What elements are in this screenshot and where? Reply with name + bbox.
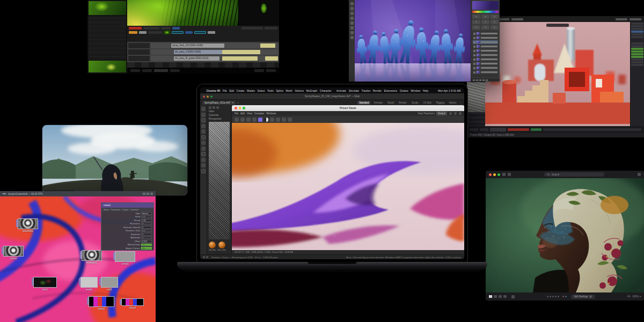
mode-button[interactable] xyxy=(208,31,215,34)
ab-compare-icon[interactable] xyxy=(258,118,262,122)
grid-icon[interactable] xyxy=(213,106,215,109)
material-sphere[interactable] xyxy=(209,241,216,248)
property-row-keyed[interactable] xyxy=(631,53,643,55)
adjustment-icon[interactable] xyxy=(472,20,480,24)
brush-tool-icon[interactable] xyxy=(350,21,354,25)
property-row-keyed[interactable] xyxy=(631,50,643,53)
view-mode-icon[interactable] xyxy=(503,295,507,298)
timeline-clip[interactable]: spray_fluid_v03 [0001-0240] xyxy=(171,43,225,48)
compare-icon[interactable] xyxy=(252,118,257,122)
frame-range-chip[interactable] xyxy=(508,128,529,131)
view-transform-value[interactable]: Default xyxy=(436,112,447,115)
timeline-clip[interactable]: ink_pass_B_grade [0001-0210] xyxy=(174,56,219,61)
menu-bar-clock[interactable]: Mon Apr 1 9:41 AM xyxy=(438,89,461,92)
eye-icon[interactable] xyxy=(473,58,475,61)
menu-item[interactable]: Create xyxy=(237,89,245,92)
filter-icon[interactable] xyxy=(216,106,219,109)
menu-item[interactable]: Window xyxy=(411,89,420,92)
track-header[interactable] xyxy=(128,56,150,61)
mode-button[interactable] xyxy=(148,31,162,34)
cube-tool-icon[interactable] xyxy=(201,135,206,140)
sidebar-toggle-icon[interactable] xyxy=(502,173,506,176)
star-rating[interactable] xyxy=(547,296,559,297)
operator-node[interactable]: feedback1 xyxy=(82,250,102,264)
layout-tab-standard[interactable]: Standard xyxy=(357,101,370,105)
material-sphere[interactable] xyxy=(218,241,225,248)
channels-panel[interactable] xyxy=(467,112,485,126)
menu-item[interactable]: Mesh xyxy=(286,89,292,92)
fullscreen-icon[interactable] xyxy=(282,118,286,122)
viewlayer-selector[interactable] xyxy=(630,18,641,20)
filmstrip-icon[interactable] xyxy=(246,118,251,122)
layout-tab[interactable]: Sculpt xyxy=(410,101,420,104)
zoom-tool-icon[interactable] xyxy=(350,36,354,39)
menu-item[interactable]: Edit xyxy=(240,112,245,115)
layer-row[interactable] xyxy=(473,57,498,61)
eye-icon[interactable] xyxy=(473,46,475,48)
clone-tool-icon[interactable] xyxy=(350,26,354,30)
timeline-chip[interactable] xyxy=(480,128,488,131)
photo-editor-titlebar[interactable]: Search xyxy=(486,171,644,178)
scale-tool-icon[interactable] xyxy=(201,113,206,117)
layout-tab[interactable]: UV Edit xyxy=(421,101,433,104)
control-chip[interactable] xyxy=(172,27,180,30)
color-ramp[interactable] xyxy=(472,11,499,13)
texture-preview[interactable] xyxy=(467,82,485,112)
status-icon[interactable] xyxy=(203,256,205,258)
track-header[interactable] xyxy=(128,43,150,48)
trash-icon[interactable] xyxy=(486,79,488,81)
eye-icon[interactable] xyxy=(473,71,475,74)
touchdesigner-titlebar[interactable]: /project1/wavefold — 60.00 FPS xyxy=(0,191,156,196)
outliner-row[interactable] xyxy=(631,23,643,25)
layer-row[interactable] xyxy=(473,70,498,74)
layer-row[interactable] xyxy=(473,32,498,35)
menu-item[interactable]: Octane xyxy=(400,89,408,92)
panel-icon[interactable] xyxy=(454,112,457,115)
control-chip[interactable] xyxy=(265,27,277,30)
timeline-clip[interactable] xyxy=(265,56,278,61)
menu-item[interactable]: Character xyxy=(320,89,332,92)
menu-item[interactable]: Volume xyxy=(295,89,304,92)
outliner-row[interactable] xyxy=(631,33,643,35)
layer-row[interactable] xyxy=(473,45,498,48)
text-tool-icon[interactable] xyxy=(350,31,354,34)
render-chip[interactable] xyxy=(531,128,541,131)
mode-button[interactable] xyxy=(185,31,193,34)
layout-tab[interactable]: Rigging xyxy=(435,101,446,104)
menu-item[interactable]: Help xyxy=(423,89,428,92)
timeline-clip[interactable] xyxy=(260,43,275,48)
view-mode-icon[interactable] xyxy=(499,295,502,298)
close-button[interactable] xyxy=(489,173,492,176)
layout-overflow-icon[interactable]: ⋮ xyxy=(460,101,463,104)
status-icon[interactable] xyxy=(206,256,208,258)
layout-tab[interactable]: Animate xyxy=(372,101,384,104)
view-mode-icon[interactable] xyxy=(494,295,497,298)
zoom-button[interactable] xyxy=(497,173,500,176)
select-tool-icon[interactable] xyxy=(201,124,206,128)
adjustment-icon[interactable] xyxy=(491,14,499,19)
marquee-tool-icon[interactable] xyxy=(350,7,354,10)
network-editor[interactable]: wavefold1 noise2 feedback1 comp1 blur1 l… xyxy=(0,196,156,322)
timecode-field[interactable] xyxy=(194,31,206,34)
operator-node[interactable]: wavefold1 xyxy=(18,218,38,232)
timeline-track[interactable]: ink_pass_B_grade [0001-0210] xyxy=(151,56,278,61)
timeline-track[interactable]: ink_pass_A [0001-0180] xyxy=(151,49,278,55)
layout-tab[interactable]: Model xyxy=(386,101,396,104)
menu-item[interactable]: Tools xyxy=(267,89,274,92)
mode-button[interactable] xyxy=(139,31,147,34)
material-swatch[interactable]: Silk_Mat xyxy=(209,241,216,253)
search-input[interactable]: Search xyxy=(544,172,604,177)
panel-icon[interactable] xyxy=(459,112,462,115)
menu-item[interactable]: Select xyxy=(258,89,265,92)
eye-icon[interactable] xyxy=(473,67,475,69)
minimize-button[interactable] xyxy=(493,173,496,176)
scene-selector[interactable] xyxy=(616,18,627,20)
flag-icons[interactable] xyxy=(562,296,567,297)
back-icon[interactable] xyxy=(508,173,511,176)
close-icon[interactable] xyxy=(150,193,153,195)
search-icon[interactable] xyxy=(209,106,211,109)
adjustment-icon[interactable] xyxy=(491,20,499,24)
folder-icon[interactable] xyxy=(235,118,239,122)
minimize-icon[interactable] xyxy=(143,193,145,195)
menu-item[interactable]: View xyxy=(247,112,252,115)
